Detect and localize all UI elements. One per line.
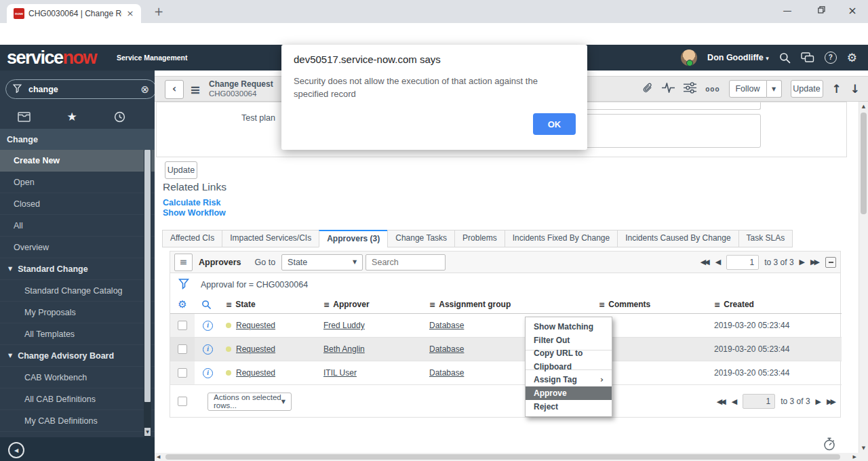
row-checkbox[interactable] bbox=[178, 368, 187, 378]
history-clock-icon[interactable] bbox=[96, 104, 144, 129]
user-avatar[interactable] bbox=[681, 49, 697, 66]
filter-navigator-box[interactable]: ⊗ bbox=[5, 79, 157, 99]
sidebar-item-create-new[interactable]: Create New bbox=[0, 150, 155, 172]
column-header-comments[interactable]: ≡Comments bbox=[595, 296, 710, 314]
last-page-icon[interactable]: ▶▶ bbox=[827, 397, 834, 406]
collapse-list-icon[interactable] bbox=[825, 257, 836, 268]
user-menu[interactable]: Don Goodliffe ▾ bbox=[707, 53, 769, 62]
attachment-paperclip-icon[interactable] bbox=[642, 82, 653, 96]
window-minimize-button[interactable]: — bbox=[777, 3, 797, 19]
help-icon[interactable]: ? bbox=[825, 52, 837, 64]
update-button-header[interactable]: Update bbox=[791, 80, 823, 98]
sidebar-scrollbar-thumb[interactable] bbox=[144, 150, 151, 402]
browser-tab[interactable]: now CHG0030064 | Change Request | × bbox=[7, 4, 141, 23]
follow-button[interactable]: Follow bbox=[729, 80, 767, 98]
list-gear-icon[interactable]: ⚙ bbox=[170, 296, 195, 314]
tab-affected-cis[interactable]: Affected CIs bbox=[162, 230, 222, 247]
list-search-input[interactable] bbox=[366, 254, 446, 270]
main-vertical-scrollbar[interactable]: ▲ ▼ bbox=[859, 102, 868, 453]
sidebar-item-my-proposals[interactable]: My Proposals bbox=[0, 302, 155, 323]
next-page-icon[interactable]: ▶ bbox=[816, 397, 821, 406]
menu-item-filter-out[interactable]: Filter Out bbox=[526, 334, 612, 347]
state-link[interactable]: Requested bbox=[236, 344, 275, 354]
follow-caret-icon[interactable]: ▼ bbox=[767, 80, 782, 98]
sidebar-item-all-templates[interactable]: All Templates bbox=[0, 323, 155, 345]
next-record-icon[interactable]: ↓ bbox=[850, 82, 860, 96]
column-header-created[interactable]: ≡Created bbox=[710, 296, 842, 314]
menu-item-assign-tag[interactable]: Assign Tag› bbox=[526, 373, 612, 386]
favorites-star-icon[interactable]: ★ bbox=[48, 104, 96, 129]
main-horizontal-scrollbar[interactable]: ◀ ▶ bbox=[155, 453, 859, 461]
goto-field-select[interactable]: State▼ bbox=[281, 254, 363, 270]
prev-page-icon[interactable]: ◀ bbox=[715, 258, 721, 266]
form-context-menu-icon[interactable]: ≡ bbox=[190, 82, 201, 97]
tab-incidents-caused[interactable]: Incidents Caused By Change bbox=[617, 230, 738, 247]
list-context-menu-icon[interactable]: ≡ bbox=[174, 254, 193, 271]
breadcrumb-funnel-icon[interactable] bbox=[178, 278, 189, 292]
last-page-icon[interactable]: ▶▶ bbox=[810, 258, 818, 266]
sidebar-item-closed[interactable]: Closed bbox=[0, 193, 155, 215]
row-checkbox[interactable] bbox=[178, 321, 187, 330]
sidebar-item-all[interactable]: All bbox=[0, 215, 155, 237]
sidebar-item-open[interactable]: Open bbox=[0, 172, 155, 193]
sidebar-item-cab-workbench[interactable]: CAB Workbench bbox=[0, 367, 155, 388]
window-close-button[interactable]: × bbox=[842, 3, 863, 19]
tab-incidents-fixed[interactable]: Incidents Fixed By Change bbox=[505, 230, 618, 247]
settings-gear-icon[interactable]: ⚙ bbox=[847, 51, 857, 64]
sidebar-item-my-cab-definitions[interactable]: My CAB Definitions bbox=[0, 410, 155, 432]
calculate-risk-link[interactable]: Calculate Risk bbox=[163, 198, 220, 207]
menu-item-show-matching[interactable]: Show Matching bbox=[526, 320, 612, 334]
back-button[interactable]: ‹ bbox=[165, 80, 184, 99]
prev-page-icon[interactable]: ◀ bbox=[732, 397, 737, 406]
state-link[interactable]: Requested bbox=[236, 321, 275, 330]
column-header-state[interactable]: ≡State bbox=[222, 296, 319, 314]
select-all-checkbox[interactable] bbox=[178, 397, 187, 406]
page-number-input[interactable] bbox=[743, 394, 775, 409]
first-page-icon[interactable]: ◀◀ bbox=[701, 258, 708, 266]
sidebar-item-change-advisory-board[interactable]: ▼Change Advisory Board bbox=[0, 345, 155, 367]
update-button-body[interactable]: Update bbox=[165, 161, 197, 179]
record-info-icon[interactable]: i bbox=[203, 321, 213, 331]
sidebar-scrollbar[interactable]: ▼ bbox=[144, 150, 151, 437]
show-workflow-link[interactable]: Show Workflow bbox=[163, 208, 226, 218]
row-checkbox[interactable] bbox=[178, 344, 187, 354]
previous-record-icon[interactable]: ↑ bbox=[832, 82, 842, 96]
tab-impacted-services[interactable]: Impacted Services/CIs bbox=[222, 230, 319, 247]
menu-item-copy-url[interactable]: Copy URL to Clipboard bbox=[526, 353, 612, 367]
breadcrumb[interactable]: Approval for = CHG0030064 bbox=[201, 280, 308, 289]
menu-item-reject[interactable]: Reject bbox=[526, 400, 612, 414]
approver-link[interactable]: Fred Luddy bbox=[323, 321, 365, 330]
scroll-up-icon[interactable]: ▲ bbox=[859, 104, 868, 109]
sidebar-item-all-cab-definitions[interactable]: All CAB Definitions bbox=[0, 388, 155, 410]
tab-close-icon[interactable]: × bbox=[125, 8, 136, 19]
page-number-input[interactable] bbox=[726, 255, 759, 270]
sidebar-scroll-down-icon[interactable]: ▼ bbox=[144, 428, 151, 436]
scroll-right-icon[interactable]: ▶ bbox=[853, 454, 856, 460]
actions-select[interactable]: Actions on selected rows...▼ bbox=[208, 393, 292, 411]
window-restore-button[interactable] bbox=[811, 3, 831, 19]
tab-problems[interactable]: Problems bbox=[454, 230, 505, 247]
list-search-rows-icon[interactable] bbox=[195, 296, 222, 314]
connect-chat-icon[interactable] bbox=[801, 52, 814, 63]
tab-task-slas[interactable]: Task SLAs bbox=[738, 230, 793, 247]
state-link[interactable]: Requested bbox=[236, 368, 275, 378]
personalize-sliders-icon[interactable] bbox=[684, 82, 696, 96]
more-options-icon[interactable]: ooo bbox=[705, 85, 719, 93]
record-info-icon[interactable]: i bbox=[203, 368, 213, 378]
scroll-down-icon[interactable]: ▼ bbox=[859, 445, 868, 451]
tab-approvers[interactable]: Approvers (3) bbox=[319, 230, 388, 247]
collapse-sidebar-icon[interactable]: ◀ bbox=[8, 442, 24, 458]
column-header-approver[interactable]: ≡Approver bbox=[319, 296, 425, 314]
all-applications-icon[interactable] bbox=[0, 104, 48, 129]
menu-item-approve[interactable]: Approve bbox=[526, 386, 612, 400]
clear-filter-icon[interactable]: ⊗ bbox=[140, 83, 149, 96]
new-tab-button[interactable]: + bbox=[151, 3, 167, 20]
response-time-stopwatch-icon[interactable] bbox=[823, 437, 835, 453]
vertical-scrollbar-thumb[interactable] bbox=[861, 113, 867, 214]
sidebar-item-standard-change[interactable]: ▼Standard Change bbox=[0, 258, 155, 280]
sidebar-item-standard-change-catalog[interactable]: Standard Change Catalog bbox=[0, 280, 155, 302]
activity-stream-icon[interactable] bbox=[662, 83, 675, 95]
sidebar-section-change[interactable]: Change bbox=[0, 129, 155, 150]
tab-change-tasks[interactable]: Change Tasks bbox=[387, 230, 455, 247]
approver-link[interactable]: Beth Anglin bbox=[323, 344, 365, 354]
